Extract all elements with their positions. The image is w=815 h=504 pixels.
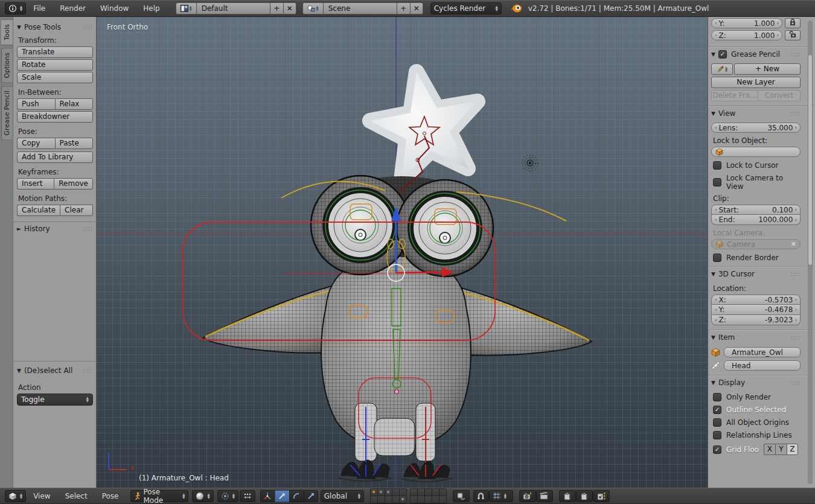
bone-name-field[interactable]: Head <box>724 360 801 371</box>
lamp-widget[interactable] <box>522 155 538 171</box>
panel-header-view[interactable]: ▼View :::: <box>711 109 801 118</box>
convert-button[interactable]: Convert <box>758 90 801 101</box>
mode-dropdown[interactable]: Pose Mode ▲▼ <box>130 490 188 502</box>
scrollbar-track[interactable] <box>808 21 813 484</box>
editor-type-selector[interactable]: ▲▼ <box>5 2 26 14</box>
clip-start-field[interactable]: ‹Start: 0.100› <box>711 205 801 215</box>
menu-select[interactable]: Select <box>58 492 95 500</box>
layer-5[interactable] <box>400 489 406 496</box>
scene-name-field[interactable]: Scene <box>323 2 397 14</box>
manipulator-translate-button[interactable] <box>275 490 289 502</box>
manipulate-center-points-toggle[interactable] <box>240 490 255 502</box>
clear-paths-button[interactable]: Clear <box>60 205 93 216</box>
layers-widget[interactable] <box>370 488 447 503</box>
grid-axis-y-toggle[interactable]: Y <box>775 444 787 455</box>
snap-element-dropdown[interactable]: ▲▼ <box>489 490 513 502</box>
translate-button[interactable]: Translate <box>17 46 93 58</box>
grease-pencil-checkbox[interactable]: ✓ <box>718 50 727 59</box>
push-button[interactable]: Push <box>17 98 55 110</box>
cursor-z-field[interactable]: ‹Z: -9.3023› <box>711 315 801 325</box>
panel-header-pose-tools[interactable]: ▼ Pose Tools :::: <box>17 23 93 31</box>
cursor-x-field[interactable]: ‹X: -0.5703› <box>711 295 801 305</box>
layer-16[interactable] <box>411 496 417 503</box>
screen-layout-name-field[interactable]: Default <box>196 2 270 14</box>
layer-11[interactable] <box>371 496 377 503</box>
menu-help[interactable]: Help <box>136 4 167 13</box>
cursor-y-field[interactable]: ‹Y: -0.4678› <box>711 305 801 315</box>
breakdowner-button[interactable]: Breakdowner <box>17 111 93 123</box>
relax-button[interactable]: Relax <box>55 98 94 110</box>
copy-pose-button[interactable] <box>559 490 576 502</box>
calculate-paths-button[interactable]: Calculate <box>17 205 60 216</box>
delete-frame-button[interactable]: Delete Fra... <box>711 90 758 101</box>
transform-orientation-dropdown[interactable]: Global ▲▼ <box>321 490 364 502</box>
insert-keyframe-button[interactable]: Insert <box>17 178 54 190</box>
snap-toggle-button[interactable] <box>473 490 489 502</box>
paste-flipped-pose-button[interactable] <box>593 490 610 502</box>
scene-browse-button[interactable]: ▲▼ <box>302 2 323 14</box>
layer-4[interactable] <box>392 489 399 496</box>
scale-y-field[interactable]: ‹Y: 1.000› <box>711 18 782 28</box>
grid-axis-z-toggle[interactable]: Z <box>787 444 798 455</box>
scale-z-field[interactable]: ‹Z: 1.000› <box>711 30 782 40</box>
panel-header-item[interactable]: ▼Item :::: <box>711 333 801 342</box>
panel-header-deselect-all[interactable]: ▼ (De)select All :::: <box>17 366 93 375</box>
menu-view[interactable]: View <box>26 492 57 500</box>
layer-10[interactable] <box>439 489 446 496</box>
editor-type-selector[interactable]: ▲▼ <box>5 490 26 502</box>
pivot-point-dropdown[interactable]: ▲▼ <box>217 490 238 502</box>
lock-object-field[interactable] <box>711 147 801 157</box>
lock-scale-z-button[interactable] <box>785 30 801 40</box>
opengl-render-anim-button[interactable] <box>536 490 553 502</box>
layer-3[interactable] <box>385 489 392 496</box>
viewport-3d[interactable]: Front Ortho x (1) Armature_Owl : Head <box>97 17 708 488</box>
viewport-shading-dropdown[interactable]: ▲▼ <box>192 490 213 502</box>
opengl-render-image-button[interactable] <box>519 490 536 502</box>
clear-camera-icon[interactable]: ✕ <box>791 240 796 248</box>
star-object[interactable] <box>370 72 478 180</box>
layer-18[interactable] <box>425 496 432 503</box>
grid-axis-x-toggle[interactable]: X <box>764 444 775 455</box>
remove-keyframe-button[interactable]: Remove <box>54 178 93 190</box>
outline-selected-checkbox[interactable]: ✓ <box>713 406 721 414</box>
scene-close-button[interactable]: ✕ <box>410 2 423 14</box>
panel-grip-icon[interactable]: :::: <box>83 368 93 374</box>
manipulator-scale-button[interactable] <box>304 490 318 502</box>
lock-scale-y-button[interactable] <box>785 18 801 28</box>
paste-pose-button[interactable] <box>576 490 593 502</box>
layer-7[interactable] <box>418 489 424 496</box>
only-render-checkbox[interactable]: ✓ <box>713 393 721 401</box>
manipulator-rotate-button[interactable] <box>289 490 304 502</box>
layer-8[interactable] <box>425 489 432 496</box>
scrollbar-thumb[interactable] <box>808 54 813 266</box>
action-dropdown[interactable]: Toggle ▲▼ <box>17 394 93 406</box>
screen-layout-add-button[interactable]: + <box>270 2 283 14</box>
panel-grip-icon[interactable]: :::: <box>83 24 93 30</box>
layer-1-active[interactable] <box>371 489 377 496</box>
scene-add-button[interactable]: + <box>397 2 410 14</box>
clip-end-field[interactable]: ‹End: 1000.000› <box>711 215 801 225</box>
layer-14[interactable] <box>392 496 399 503</box>
layer-9[interactable] <box>432 489 439 496</box>
tab-tools[interactable]: Tools <box>1 19 13 45</box>
render-engine-dropdown[interactable]: Cycles Render ▲▼ <box>430 2 502 14</box>
object-name-field[interactable]: Armature_Owl <box>724 347 801 357</box>
grid-floor-checkbox[interactable]: ✓ <box>713 445 721 454</box>
panel-header-display[interactable]: ▼Display :::: <box>711 378 801 387</box>
paste-pose-button[interactable]: Paste <box>55 138 94 149</box>
layer-2[interactable] <box>378 489 385 496</box>
layer-20[interactable] <box>439 496 446 503</box>
lens-field[interactable]: ‹Lens: 35.000› <box>711 123 801 133</box>
render-border-checkbox[interactable]: ✓ <box>713 254 721 262</box>
menu-file[interactable]: File <box>26 4 53 13</box>
grease-pencil-new-button[interactable]: + New <box>734 63 801 75</box>
add-to-library-button[interactable]: Add To Library <box>17 152 93 163</box>
relationship-lines-checkbox[interactable]: ✓ <box>713 431 721 439</box>
tab-options[interactable]: Options <box>1 48 13 83</box>
layer-6[interactable] <box>411 489 417 496</box>
layer-17[interactable] <box>418 496 424 503</box>
panel-header-3d-cursor[interactable]: ▼3D Cursor :::: <box>711 270 801 278</box>
panel-header-history[interactable]: ► History :::: <box>17 225 93 233</box>
lock-to-cursor-checkbox[interactable]: ✓ <box>713 161 721 170</box>
copy-pose-button[interactable]: Copy <box>17 138 55 149</box>
